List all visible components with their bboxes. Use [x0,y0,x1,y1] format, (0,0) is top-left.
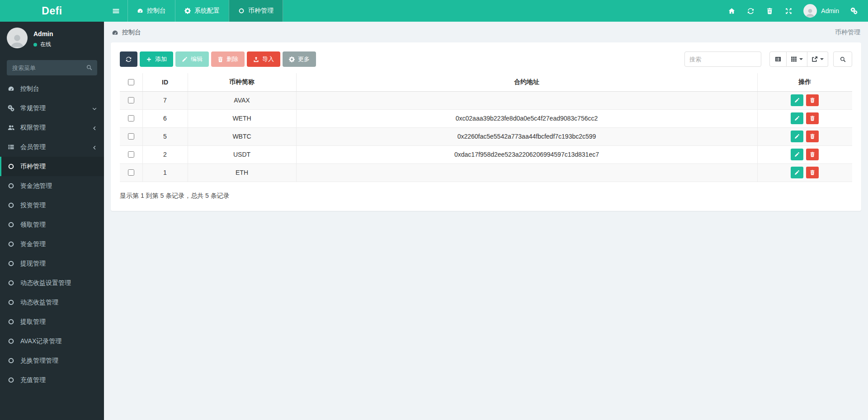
sidebar-search-input[interactable] [7,60,97,75]
gears-icon [850,7,858,14]
chevleft-icon [92,145,97,150]
sidebar-item-avax-records-manage[interactable]: AVAX记录管理 [0,331,104,351]
delete-button[interactable]: 删除 [211,51,245,67]
sidebar-item-funds-manage[interactable]: 资金管理 [0,234,104,254]
sidebar-item-recharge-manage[interactable]: 充值管理 [0,370,104,390]
import-button[interactable]: 导入 [247,51,280,67]
sidebar-item-label: 动态收益管理 [20,299,92,307]
nav-tab-dashboard[interactable]: 控制台 [127,0,175,22]
edit-row-button[interactable] [791,167,803,178]
column-header-symbol[interactable]: 币种简称 [188,73,296,91]
delete-row-button[interactable] [806,94,819,106]
gear-icon [184,8,191,14]
settings-button[interactable] [844,0,863,22]
sidebar-item-extract-manage[interactable]: 提取管理 [0,312,104,331]
sidebar-toggle-button[interactable] [104,0,127,22]
trash-icon [810,116,815,121]
edit-row-button[interactable] [791,94,803,106]
sidebar-item-label: 资金管理 [20,240,92,248]
toggle-view-button[interactable] [769,51,787,67]
sidebar-search [7,60,97,75]
delete-row-button[interactable] [806,167,819,178]
table-search-input[interactable] [684,51,761,67]
cell-address [296,163,757,182]
online-status-dot [33,43,37,47]
caret-down-icon [799,58,803,60]
refresh-icon [126,56,132,62]
row-checkbox[interactable] [128,133,134,140]
search-button[interactable] [833,51,852,67]
pencil-icon [794,170,800,175]
select-all-checkbox[interactable] [128,79,134,85]
table-row: 5WBTC0x2260fac5e5542a773aa44fbcfedf7c193… [120,127,852,145]
fullscreen-button[interactable] [779,0,798,22]
add-button[interactable]: 添加 [140,51,173,67]
delete-row-button[interactable] [806,131,819,142]
cell-symbol: WBTC [188,127,296,145]
edit-row-button[interactable] [791,112,803,124]
cell-symbol: WETH [188,109,296,127]
row-checkbox[interactable] [128,151,134,158]
listalt-icon [775,56,781,62]
top-navbar: 控制台系统配置币种管理 Admin [104,0,868,22]
sidebar-item-label: 控制台 [20,85,92,93]
sidebar-item-withdraw-manage[interactable]: 提现管理 [0,254,104,273]
breadcrumb[interactable]: 控制台 [112,28,141,37]
row-checkbox[interactable] [128,97,134,103]
more-button[interactable]: 更多 [283,51,316,67]
sidebar-item-pool-manage[interactable]: 资金池管理 [0,176,104,196]
sidebar-menu: 控制台常规管理权限管理会员管理币种管理资金池管理投资管理领取管理资金管理提现管理… [0,79,104,390]
cell-id: 2 [142,145,188,163]
app-logo[interactable]: Defi [0,0,104,22]
sidebar-item-dynamic-income-manage[interactable]: 动态收益管理 [0,293,104,312]
sidebar-item-permission-manage[interactable]: 权限管理 [0,118,104,137]
trash-button[interactable] [760,0,779,22]
nav-tab-system-config[interactable]: 系统配置 [175,0,229,22]
edit-row-button[interactable] [791,149,803,160]
table-header-row: ID币种简称合约地址操作 [120,73,852,91]
sidebar-item-general-manage[interactable]: 常规管理 [0,98,104,118]
home-button[interactable] [722,0,741,22]
export-button[interactable] [807,51,828,67]
cell-id: 1 [142,163,188,182]
sidebar-item-label: 兑换管理管理 [20,357,92,365]
edit-row-button[interactable] [791,131,803,142]
sidebar-item-label: 领取管理 [20,221,92,229]
sidebar-item-exchange-manage[interactable]: 兑换管理管理 [0,351,104,370]
navbar-tabs: 控制台系统配置币种管理 [127,0,283,22]
sidebar-user-panel: Admin 在线 [0,22,104,53]
chevdown-icon [92,106,97,112]
row-checkbox[interactable] [128,169,134,176]
refresh-button[interactable] [120,51,137,67]
refresh-button[interactable] [741,0,760,22]
avatar [7,28,28,48]
delete-row-button[interactable] [806,112,819,124]
circle-icon [8,260,14,267]
column-header-address[interactable]: 合约地址 [296,73,757,91]
sidebar-item-coin-manage[interactable]: 币种管理 [0,157,104,176]
sidebar-user-name: Admin [33,30,53,37]
gears-icon [8,105,14,112]
select-all-header-cell [120,73,142,91]
circle-icon [8,202,14,209]
pencil-icon [794,116,800,121]
column-header-id[interactable]: ID [142,73,188,91]
sidebar-item-dynamic-income-settings[interactable]: 动态收益设置管理 [0,273,104,293]
dashboard-icon [112,29,118,36]
sidebar-item-claim-manage[interactable]: 领取管理 [0,215,104,234]
sidebar-item-console[interactable]: 控制台 [0,79,104,98]
sidebar-item-member-manage[interactable]: 会员管理 [0,137,104,157]
edit-button[interactable]: 编辑 [175,51,209,67]
cell-id: 7 [142,91,188,109]
content-header: 控制台 币种管理 [104,22,868,42]
cell-symbol: USDT [188,145,296,163]
row-checkbox[interactable] [128,115,134,121]
search-icon [840,56,846,63]
columns-icon [791,56,797,62]
delete-row-button[interactable] [806,149,819,160]
nav-tab-coin-manage[interactable]: 币种管理 [229,0,283,22]
view-button-group [769,51,828,67]
columns-button[interactable] [787,51,807,67]
user-menu[interactable]: Admin [798,4,844,18]
sidebar-item-invest-manage[interactable]: 投资管理 [0,196,104,215]
